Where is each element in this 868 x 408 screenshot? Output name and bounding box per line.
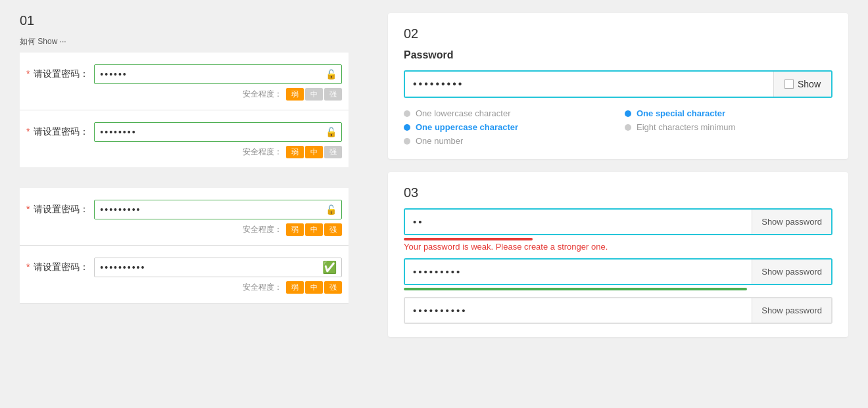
strong-password-input[interactable] xyxy=(405,260,752,284)
strength-bars-1: 弱 中 强 xyxy=(286,88,342,101)
strength-label-3: 安全程度： xyxy=(243,224,282,235)
bar-mid-4: 中 xyxy=(305,281,323,294)
weak-progress-container xyxy=(404,238,832,240)
password-show-wrapper: Show xyxy=(404,70,832,98)
strength-row-3: 安全程度： 弱 中 强 xyxy=(20,219,349,238)
section-02: 02 Password Show One lowercase character… xyxy=(388,13,848,159)
password-wrapper-2: 🔓 xyxy=(94,122,342,142)
show-button-label: Show xyxy=(798,79,821,89)
form-label-2: * 请设置密码： xyxy=(26,126,89,138)
form-group-4: * 请设置密码： ✅ 安全程度： 弱 中 强 xyxy=(20,246,349,304)
section-02-title: Password xyxy=(404,49,832,61)
section-01-number: 01 xyxy=(20,13,349,28)
criteria-uppercase: One uppercase character xyxy=(404,122,612,132)
bar-strong-4: 强 xyxy=(324,281,342,294)
weak-progress-bar xyxy=(404,238,533,240)
strength-label-1: 安全程度： xyxy=(243,89,282,100)
bar-strong-1: 强 xyxy=(324,88,342,101)
criteria-grid: One lowercase character One special char… xyxy=(404,108,832,146)
section-03-number: 03 xyxy=(404,185,832,200)
section-03: 03 Show password Your password is weak. … xyxy=(388,172,848,337)
criteria-text-lowercase: One lowercase character xyxy=(416,108,511,118)
bar-weak-3: 弱 xyxy=(286,223,304,236)
form-label-4: * 请设置密码： xyxy=(26,261,89,273)
weak-show-password-btn[interactable]: Show password xyxy=(752,210,831,234)
lock-icon-3: 🔓 xyxy=(326,204,337,215)
strength-label-4: 安全程度： xyxy=(243,282,282,293)
spacer xyxy=(20,168,349,188)
password-input-3[interactable] xyxy=(94,200,342,219)
form-label-3: * 请设置密码： xyxy=(26,204,89,215)
neutral-show-password-btn[interactable]: Show password xyxy=(752,298,831,323)
required-star-2: * xyxy=(26,126,30,137)
dot-special xyxy=(625,110,631,117)
strength-bars-4: 弱 中 强 xyxy=(286,281,342,294)
neutral-password-input[interactable] xyxy=(405,298,752,323)
clipped-hint: 如何 Show ··· xyxy=(20,36,349,47)
strength-bars-2: 弱 中 强 xyxy=(286,146,342,158)
dot-number xyxy=(404,138,410,145)
form-group-3: * 请设置密码： 🔓 安全程度： 弱 中 强 xyxy=(20,188,349,246)
strength-row-1: 安全程度： 弱 中 强 xyxy=(20,84,349,103)
bar-weak-4: 弱 xyxy=(286,281,304,294)
strong-show-password-btn[interactable]: Show password xyxy=(752,260,831,284)
strength-label-2: 安全程度： xyxy=(243,147,282,158)
password-input-4[interactable] xyxy=(94,258,342,277)
strength-row-4: 安全程度： 弱 中 强 xyxy=(20,277,349,296)
dot-eight-chars xyxy=(625,124,631,131)
strong-progress-bar xyxy=(404,288,747,290)
section-02-number: 02 xyxy=(404,26,832,41)
bar-mid-2: 中 xyxy=(305,146,323,158)
strength-row-2: 安全程度： 弱 中 强 xyxy=(20,142,349,161)
bar-strong-3: 强 xyxy=(324,223,342,236)
criteria-text-special: One special character xyxy=(637,108,725,118)
show-checkbox xyxy=(784,79,794,89)
form-label-1: * 请设置密码： xyxy=(26,68,89,80)
form-group-1: * 请设置密码： 🔓 安全程度： 弱 中 强 xyxy=(20,53,349,110)
neutral-show-label: Show password xyxy=(761,306,822,315)
password-wrapper-1: 🔓 xyxy=(94,64,342,84)
criteria-text-uppercase: One uppercase character xyxy=(416,122,518,132)
required-star-4: * xyxy=(26,261,30,272)
strong-password-wrapper: Show password xyxy=(404,258,832,285)
bar-weak-1: 弱 xyxy=(286,88,304,101)
criteria-text-number: One number xyxy=(416,136,463,146)
checkmark-icon-4: ✅ xyxy=(322,260,337,275)
lock-icon-2: 🔓 xyxy=(326,127,337,137)
criteria-text-eight-chars: Eight characters minimum xyxy=(637,122,735,132)
dot-uppercase xyxy=(404,124,410,131)
panel-left: 01 如何 Show ··· * 请设置密码： 🔓 安全程度： 弱 中 强 * … xyxy=(0,0,368,408)
weak-error-message: Your password is weak. Please create a s… xyxy=(404,242,832,252)
required-star-1: * xyxy=(26,68,30,79)
bar-mid-1: 中 xyxy=(305,88,323,101)
strong-show-label: Show password xyxy=(761,267,822,277)
password-wrapper-4: ✅ xyxy=(94,258,342,277)
criteria-eight-chars: Eight characters minimum xyxy=(625,122,832,132)
form-row-3: * 请设置密码： 🔓 xyxy=(20,200,349,219)
form-row-4: * 请设置密码： ✅ xyxy=(20,258,349,277)
panel-right: 02 Password Show One lowercase character… xyxy=(368,0,868,408)
password-input-2[interactable] xyxy=(94,122,342,142)
show-button[interactable]: Show xyxy=(773,72,831,97)
weak-password-input[interactable] xyxy=(405,210,752,234)
password-wrapper-3: 🔓 xyxy=(94,200,342,219)
criteria-lowercase: One lowercase character xyxy=(404,108,612,118)
dot-lowercase xyxy=(404,110,410,117)
criteria-special: One special character xyxy=(625,108,832,118)
weak-show-label: Show password xyxy=(761,217,822,227)
form-group-2: * 请设置密码： 🔓 安全程度： 弱 中 强 xyxy=(20,110,349,168)
form-row-2: * 请设置密码： 🔓 xyxy=(20,122,349,142)
bar-strong-2: 强 xyxy=(324,146,342,158)
weak-password-wrapper: Show password xyxy=(404,208,832,235)
bar-mid-3: 中 xyxy=(305,223,323,236)
bar-weak-2: 弱 xyxy=(286,146,304,158)
criteria-number: One number xyxy=(404,136,612,146)
lock-icon-1: 🔓 xyxy=(326,69,337,79)
neutral-password-wrapper: Show password xyxy=(404,297,832,324)
section02-password-input[interactable] xyxy=(405,72,773,97)
form-row-1: * 请设置密码： 🔓 xyxy=(20,64,349,84)
strength-bars-3: 弱 中 强 xyxy=(286,223,342,236)
password-input-1[interactable] xyxy=(94,64,342,84)
required-star-3: * xyxy=(26,204,30,214)
